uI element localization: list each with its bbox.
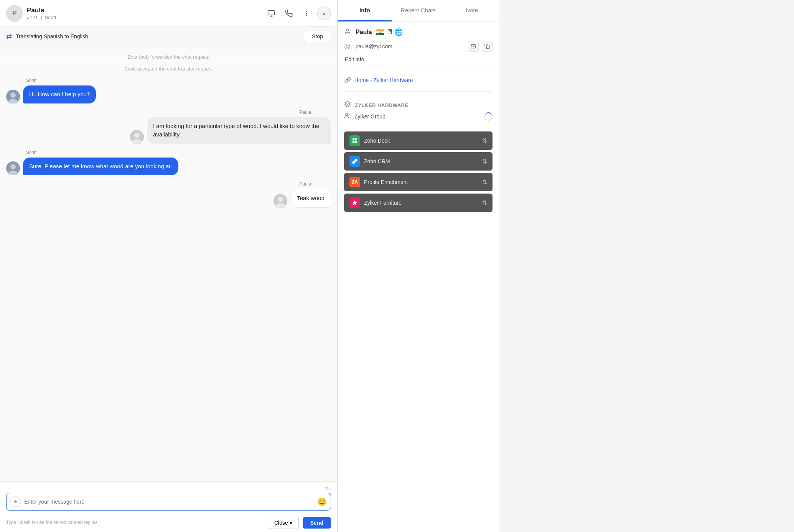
- zoho-crm-arrow: ⇅: [482, 158, 487, 165]
- expand-button[interactable]: »: [317, 7, 331, 20]
- svg-point-2: [306, 13, 307, 14]
- svg-rect-17: [486, 46, 489, 49]
- divider-1: [344, 69, 493, 69]
- zoho-desk-label: Zoho Desk: [364, 138, 482, 144]
- share-screen-button[interactable]: [264, 7, 278, 20]
- chat-header-info: Paula #121 | Scott: [27, 7, 56, 20]
- info-tabs: Info Recent Chats Note: [338, 0, 499, 22]
- tab-note[interactable]: Note: [445, 0, 499, 21]
- message-input[interactable]: [24, 499, 314, 505]
- close-button[interactable]: Close ▾: [268, 517, 299, 529]
- svg-point-11: [10, 164, 16, 169]
- contact-display-name: Paula: [356, 29, 372, 36]
- system-message-2: Scott accepted the chat transfer request: [6, 66, 331, 72]
- svg-rect-21: [355, 138, 357, 140]
- add-attachment-button[interactable]: +: [10, 496, 21, 507]
- profile-enrichment-icon: ZA: [349, 177, 360, 187]
- email-row: @ paula@zyl.com: [344, 41, 493, 52]
- zylker-furniture-arrow: ⇅: [482, 199, 487, 207]
- edit-info-row: Edit info: [344, 56, 493, 62]
- zoho-desk-icon: [349, 135, 360, 146]
- bubble-4: Teak wood: [290, 189, 331, 208]
- contact-avatar: P: [6, 5, 23, 22]
- edit-info-link[interactable]: Edit info: [344, 56, 365, 62]
- send-button[interactable]: Send: [303, 517, 331, 529]
- email-compose-button[interactable]: [468, 41, 479, 52]
- chat-header-actions: »: [264, 7, 331, 20]
- svg-point-8: [134, 133, 140, 138]
- translation-label: Translating Spanish to English: [16, 33, 300, 39]
- message-group-4: Paula Teak wood: [6, 181, 331, 208]
- zoho-desk-arrow: ⇅: [482, 137, 487, 144]
- group-row: Zylker Group: [344, 112, 493, 121]
- group-icon: [344, 113, 351, 120]
- layers-icon: [344, 101, 351, 109]
- profile-enrichment-label: Profile Enrichment: [364, 179, 482, 185]
- bubble-2: I am looking for a particular type of wo…: [147, 117, 331, 144]
- message-group-3: Scott Sure. Please let me know what wood…: [6, 150, 331, 176]
- sender-label-paula-2: Paula: [6, 181, 311, 187]
- chat-header: P Paula #121 | Scott: [0, 0, 337, 27]
- sender-label-paula-1: Paula: [6, 110, 311, 115]
- sender-label-scott-1: Scott: [26, 78, 331, 83]
- flag-icons: 🇮🇳 🖥 🌐: [376, 28, 403, 36]
- tab-recent-chats[interactable]: Recent Chats: [392, 0, 445, 21]
- loading-spinner: [484, 112, 493, 121]
- app-row-zoho-desk[interactable]: Zoho Desk ⇅: [344, 131, 493, 150]
- group-name: Zylker Group: [354, 113, 385, 120]
- contact-name: Paula: [27, 7, 56, 14]
- svg-point-19: [346, 113, 348, 116]
- app-row-zylker-furniture[interactable]: Zylker Furniture ⇅: [344, 194, 493, 212]
- chat-header-left: P Paula #121 | Scott: [6, 5, 264, 22]
- email-action-buttons: [468, 41, 493, 52]
- info-content: Paula 🇮🇳 🖥 🌐 @ paula@zyl.com: [338, 22, 499, 223]
- message-row-2: I am looking for a particular type of wo…: [6, 117, 331, 144]
- app-row-profile-enrichment[interactable]: ZA Profile Enrichment ⇅: [344, 173, 493, 191]
- contact-id: #121: [27, 15, 38, 20]
- chrome-icon: 🌐: [394, 28, 403, 36]
- tab-info[interactable]: Info: [338, 0, 392, 21]
- sender-label-scott-2: Scott: [26, 150, 331, 155]
- contact-name-row: Paula 🇮🇳 🖥 🌐: [344, 28, 493, 36]
- agent-avatar-1: [6, 90, 20, 103]
- stop-button[interactable]: Stop: [304, 31, 331, 42]
- close-chevron-icon: ▾: [290, 520, 292, 526]
- translation-bar: ⇄ Translating Spanish to English Stop: [0, 27, 337, 46]
- message-row-3: Sure. Please let me know what wood are y…: [6, 158, 331, 176]
- profile-enrichment-arrow: ⇅: [482, 179, 487, 186]
- divider-2: [344, 91, 493, 92]
- svg-point-14: [278, 197, 283, 202]
- chat-panel: P Paula #121 | Scott: [0, 0, 338, 532]
- company-name-row: ZYLKER HARDWARE: [344, 101, 493, 109]
- agent-avatar-2: [6, 161, 20, 175]
- markdown-icon: M↓: [325, 486, 331, 491]
- svg-point-16: [346, 29, 349, 31]
- flag-india: 🇮🇳: [376, 28, 384, 36]
- svg-rect-20: [353, 138, 354, 140]
- zoho-crm-label: Zoho CRM: [364, 158, 482, 164]
- app-integrations: Zoho Desk ⇅ Zoho CRM ⇅ ZA Profile Enrich…: [344, 128, 493, 217]
- info-panel: Info Recent Chats Note Paula 🇮🇳 🖥 🌐 @ pa…: [338, 0, 499, 532]
- visitor-avatar-2: [273, 194, 287, 208]
- canned-hint: Type / slash to use the stored canned re…: [6, 520, 97, 525]
- message-group-2: Paula I am looking for a particular type…: [6, 110, 331, 144]
- call-button[interactable]: [282, 7, 296, 20]
- markdown-hint: M↓: [6, 486, 331, 491]
- bubble-1: Hi. How can I help you?: [23, 85, 96, 103]
- svg-marker-24: [352, 200, 357, 205]
- agent-name: Scott: [45, 15, 56, 20]
- message-row-4: Teak wood: [6, 189, 331, 208]
- message-group-1: Scott Hi. How can I help you?: [6, 78, 331, 103]
- bottom-actions: Close ▾ Send: [268, 517, 331, 529]
- company-section: ZYLKER HARDWARE Zylker Group: [344, 98, 493, 124]
- more-options-button[interactable]: [300, 7, 313, 20]
- copy-email-button[interactable]: [482, 41, 493, 52]
- app-row-zoho-crm[interactable]: Zoho CRM ⇅: [344, 152, 493, 171]
- svg-point-5: [10, 92, 16, 98]
- emoji-button[interactable]: 😊: [317, 497, 327, 506]
- home-link[interactable]: Home - Zylker Hardware: [354, 77, 413, 83]
- person-icon: [344, 28, 352, 36]
- system-message-1: Zola (bot) forwarded the chat request: [6, 54, 331, 60]
- link-icon: 🔗: [344, 77, 351, 84]
- zoho-crm-icon: [349, 156, 360, 167]
